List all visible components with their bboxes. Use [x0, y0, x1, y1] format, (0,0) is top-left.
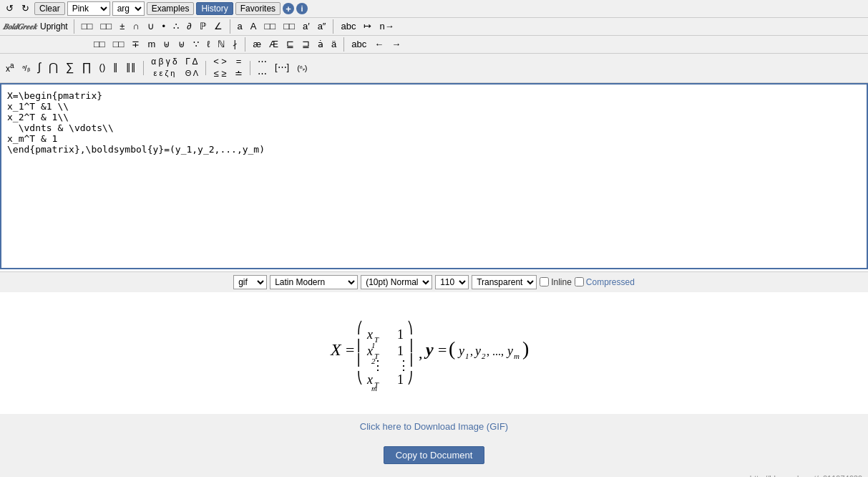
style-select[interactable]: Pink Blue Green: [67, 1, 110, 16]
sym-bb-p[interactable]: ℙ: [197, 20, 209, 34]
svg-text:X: X: [330, 340, 342, 359]
format-select[interactable]: gif png svg: [233, 275, 267, 289]
sym-ell[interactable]: ℓ: [204, 38, 213, 52]
compressed-checkbox[interactable]: [575, 277, 584, 286]
sym-a-prime[interactable]: a′: [300, 20, 313, 34]
sym-greek-lower[interactable]: α β γ δε ε ζ η: [148, 56, 180, 80]
upright-label: Upright: [40, 21, 68, 32]
copy-to-document-button[interactable]: Copy to Document: [384, 446, 485, 464]
sym-bb-n[interactable]: ℕ: [215, 38, 228, 52]
sym-abc-line[interactable]: abc: [348, 38, 369, 52]
svg-text:=: =: [346, 341, 354, 359]
watermark-section: http://blog.csdn.net/u011974639: [0, 471, 868, 477]
function-select[interactable]: arg sin cos: [112, 1, 145, 16]
sym-cup[interactable]: ∪: [145, 20, 157, 34]
sym-a-dot[interactable]: ȧ: [315, 38, 326, 52]
sym-bracket-dots[interactable]: [⋯]: [272, 61, 292, 74]
sym-abc-over[interactable]: abc: [338, 20, 359, 34]
sym-ae[interactable]: æ: [250, 38, 264, 52]
sym-box-sq1[interactable]: □□: [262, 20, 279, 34]
sym-a-dprime[interactable]: a″: [315, 20, 329, 34]
sym-uplus[interactable]: ⊎: [160, 38, 173, 52]
sym-pm[interactable]: ±: [117, 20, 127, 34]
favorites-button[interactable]: Favorites: [235, 2, 281, 15]
download-section: Click here to Download Image (GIF): [0, 414, 868, 439]
toolbar-row1: ↺ ↻ Clear Pink Blue Green arg sin cos Ex…: [0, 0, 868, 18]
sym-angle[interactable]: ∠: [211, 20, 225, 34]
divider2: [230, 19, 230, 34]
compressed-checkbox-label[interactable]: Compressed: [575, 277, 635, 287]
svg-text:⎟: ⎟: [407, 352, 413, 367]
sym-a-lower[interactable]: a: [235, 20, 245, 34]
dpi-select[interactable]: 110 150 200: [435, 275, 469, 289]
svg-text:1: 1: [397, 327, 404, 342]
sym-a-upper[interactable]: A: [248, 20, 260, 34]
history-button[interactable]: History: [196, 2, 233, 15]
svg-text:x: x: [366, 327, 373, 342]
inline-checkbox[interactable]: [540, 277, 549, 286]
sym-nmid[interactable]: ∤: [230, 38, 240, 52]
download-link[interactable]: Click here to Download Image (GIF): [4, 418, 864, 435]
undo-button[interactable]: ↺: [3, 2, 16, 16]
sym-cap[interactable]: ∩: [130, 20, 142, 34]
sym-sq1[interactable]: □□: [79, 20, 96, 34]
divider1: [74, 19, 74, 34]
sym-m[interactable]: m: [145, 38, 158, 52]
sym-frac[interactable]: ᵃ/ᵦ: [19, 62, 33, 74]
sym-a-uml[interactable]: ä: [328, 38, 339, 52]
sym-bigcap[interactable]: ⋂: [46, 59, 61, 76]
divider4: [245, 37, 245, 52]
sym-therefore[interactable]: ∴: [170, 20, 182, 34]
font-select[interactable]: Latin Modern Computer Modern: [270, 275, 358, 289]
sym-lt-gt[interactable]: < >≤ ≥: [210, 55, 230, 81]
sym-binom[interactable]: (ⁿᵣ): [294, 62, 310, 74]
svg-text:y: y: [424, 340, 434, 359]
sym-xsup-a[interactable]: xa: [3, 60, 17, 76]
sym-bullet[interactable]: •: [160, 20, 169, 34]
sym-parens[interactable]: (): [97, 61, 109, 74]
svg-text:y: y: [457, 344, 464, 358]
sym-sqsup[interactable]: ⊒: [299, 38, 313, 52]
sym-sq4[interactable]: □□: [110, 38, 127, 52]
preview-area: X = ⎛ ⎜ ⎜ ⎝ x T 1 1 x T 2 1 ⋮ ⋮ x T m 1 …: [0, 292, 868, 414]
sym-right-arrow[interactable]: →: [389, 38, 404, 52]
svg-text:m: m: [371, 384, 377, 392]
size-select[interactable]: (10pt) Normal (12pt) Large (8pt) Small: [361, 275, 432, 289]
sym-uplus2[interactable]: ⊎: [175, 38, 188, 52]
sym-n-arrow[interactable]: n→: [376, 20, 396, 34]
examples-button[interactable]: Examples: [147, 2, 195, 15]
sym-box-sq2[interactable]: □□: [281, 20, 298, 34]
divider5: [343, 37, 344, 52]
svg-text:,: ,: [419, 344, 423, 362]
clear-button[interactable]: Clear: [34, 2, 65, 15]
svg-text:⎠: ⎠: [407, 370, 413, 385]
sym-sq3[interactable]: □□: [91, 38, 108, 52]
inline-checkbox-label[interactable]: Inline: [540, 277, 572, 287]
sym-norm[interactable]: ‖: [110, 61, 121, 74]
sym-left-arrow[interactable]: ←: [371, 38, 386, 52]
info-icon[interactable]: i: [296, 3, 308, 14]
latex-editor[interactable]: X=\begin{pmatrix} x_1^T &1 \\ x_2^T & 1\…: [0, 83, 868, 269]
sym-sum[interactable]: ∑: [63, 59, 77, 76]
sym-integral[interactable]: ∫: [35, 59, 44, 76]
svg-text:⎝: ⎝: [357, 370, 363, 385]
sym-greek-upper[interactable]: Γ ΔΘ Λ: [182, 56, 201, 80]
sym-because[interactable]: ∵: [190, 38, 202, 52]
plus-icon[interactable]: +: [283, 3, 294, 14]
sym-sqsub[interactable]: ⊑: [283, 38, 297, 52]
sym-dots[interactable]: ⋯⋯: [255, 55, 270, 81]
sym-prod[interactable]: ∏: [79, 59, 94, 76]
sym-mp[interactable]: ∓: [129, 38, 142, 52]
sym-sq2[interactable]: □□: [97, 20, 114, 34]
watermark-text: http://blog.csdn.net/u011974639: [750, 474, 862, 477]
svg-text:m: m: [514, 352, 520, 360]
redo-button[interactable]: ↻: [19, 2, 32, 16]
sym-norm2[interactable]: ‖‖: [123, 61, 139, 74]
svg-text:⎟: ⎟: [407, 338, 413, 353]
sym-ae-upper[interactable]: Æ: [266, 38, 281, 52]
sym-equals[interactable]: =≐: [232, 55, 245, 81]
bg-select[interactable]: Transparent White: [472, 275, 537, 289]
sym-mapsto[interactable]: ↦: [361, 20, 374, 34]
sym-partial[interactable]: ∂: [184, 20, 194, 34]
bold-greek-label: 𝑩𝒐𝒍𝒅𝑮𝒓𝒆𝒆𝒌: [3, 22, 36, 32]
